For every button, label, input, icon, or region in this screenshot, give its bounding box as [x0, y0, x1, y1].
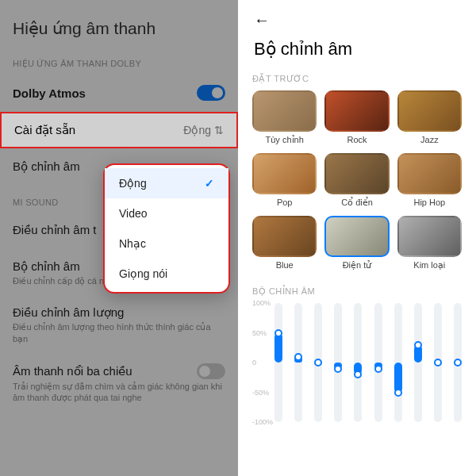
eq-band[interactable] — [414, 303, 422, 422]
preset-card-label: Rock — [324, 135, 389, 144]
eq-band-handle[interactable] — [374, 365, 382, 373]
preset-card-label: Pop — [252, 198, 317, 207]
eq-band[interactable] — [374, 303, 382, 422]
preset-thumb — [324, 153, 389, 194]
popup-item-video[interactable]: Video — [105, 198, 228, 228]
preset-label: Cài đặt sẵn — [14, 123, 75, 137]
eq-band-fill — [394, 363, 402, 393]
preset-card-label: Tùy chỉnh — [252, 135, 317, 145]
preset-card-rock[interactable]: Rock — [324, 90, 389, 145]
ytick: 50% — [252, 329, 267, 337]
ytick: 100% — [252, 299, 271, 307]
back-arrow-icon: ← — [254, 11, 270, 29]
preset-value: Động — [183, 124, 211, 136]
ytick: 0 — [252, 359, 256, 367]
preset-card-blue[interactable]: Blue — [252, 216, 317, 271]
eq-band-handle[interactable] — [414, 341, 422, 349]
preset-thumb — [397, 153, 462, 194]
preset-card-pop[interactable]: Pop — [252, 153, 317, 208]
eq-chart: 100%50%0-50%-100% — [252, 303, 462, 422]
preset-card-cổ-điển[interactable]: Cổ điển — [324, 153, 389, 208]
eq-band[interactable] — [314, 303, 322, 422]
preset-card-điện-tử[interactable]: Điện tử — [324, 216, 389, 271]
eq-band[interactable] — [294, 303, 302, 422]
eq-band[interactable] — [454, 303, 462, 422]
eq-band[interactable] — [334, 303, 342, 422]
preset-card-hip-hop[interactable]: Hip Hop — [397, 153, 462, 208]
presets-section-label: ĐẶT TRƯỚC — [252, 74, 462, 84]
preset-thumb — [324, 90, 389, 132]
popup-item-label: Giọng nói — [119, 267, 167, 280]
preset-row[interactable]: Cài đặt sẵn Động ⇅ — [0, 112, 238, 148]
preset-popup: Động ✓ Video Nhạc Giọng nói — [103, 163, 230, 294]
preset-card-label: Kim loại — [397, 260, 462, 271]
eq-band[interactable] — [394, 303, 402, 422]
eq-band[interactable] — [354, 303, 362, 422]
preset-thumb — [397, 90, 462, 132]
page-title: Bộ chỉnh âm — [252, 34, 462, 74]
popup-item-giongnoi[interactable]: Giọng nói — [105, 259, 228, 289]
preset-card-label: Blue — [252, 260, 317, 270]
preset-thumb — [252, 216, 317, 257]
eq-band[interactable] — [434, 303, 442, 422]
preset-grid: Tùy chỉnhRockJazzPopCổ điểnHip HopBlueĐi… — [252, 90, 462, 271]
popup-item-nhac[interactable]: Nhạc — [105, 228, 228, 259]
preset-thumb — [397, 216, 462, 257]
preset-card-label: Cổ điển — [324, 198, 389, 208]
popup-item-label: Video — [119, 207, 148, 220]
chevron-updown-icon: ⇅ — [214, 124, 224, 136]
eq-band[interactable] — [274, 303, 282, 422]
preset-card-label: Điện tử — [324, 260, 389, 271]
back-button[interactable]: ← — [252, 0, 462, 34]
eq-band-handle[interactable] — [294, 353, 302, 361]
preset-thumb — [252, 90, 317, 132]
preset-thumb — [252, 153, 317, 194]
eq-band-handle[interactable] — [454, 359, 462, 367]
ytick: -100% — [252, 418, 273, 426]
eq-section-label: BỘ CHỈNH ÂM — [252, 286, 462, 297]
eq-band-handle[interactable] — [334, 365, 342, 373]
eq-band-handle[interactable] — [354, 370, 362, 378]
eq-band-handle[interactable] — [434, 359, 442, 367]
popup-item-dong[interactable]: Động ✓ — [105, 168, 228, 198]
preset-card-tùy-chỉnh[interactable]: Tùy chỉnh — [252, 90, 317, 145]
eq-band-handle[interactable] — [274, 329, 282, 337]
eq-band-handle[interactable] — [394, 389, 402, 397]
popup-item-label: Động — [119, 177, 147, 190]
popup-item-label: Nhạc — [119, 237, 146, 250]
eq-band-fill — [274, 333, 282, 363]
preset-card-label: Hip Hop — [397, 198, 462, 207]
check-icon: ✓ — [205, 177, 214, 190]
ytick: -50% — [252, 389, 269, 397]
preset-card-kim-loại[interactable]: Kim loại — [397, 216, 462, 271]
preset-card-jazz[interactable]: Jazz — [397, 90, 462, 145]
eq-band-handle[interactable] — [314, 359, 322, 367]
preset-card-label: Jazz — [397, 135, 462, 144]
preset-thumb — [324, 216, 389, 257]
